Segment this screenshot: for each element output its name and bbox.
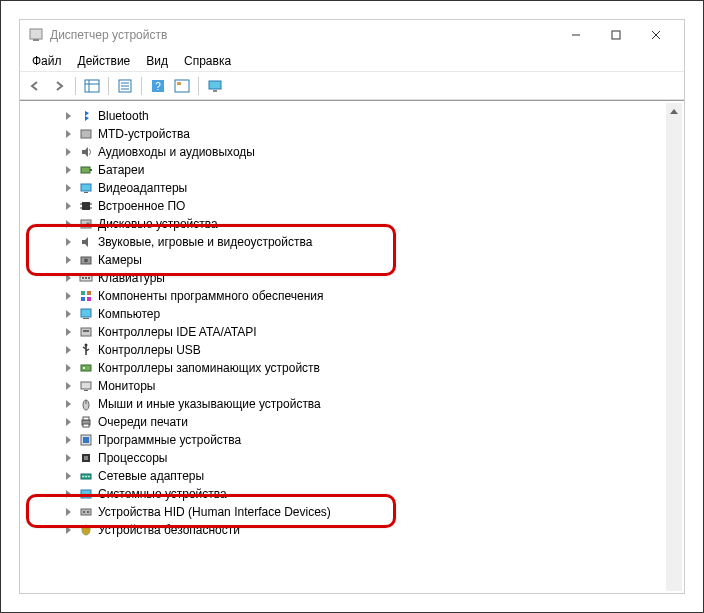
tree-node-label: Мыши и иные указывающие устройства [98,397,321,411]
toolbar: ? [20,72,684,100]
menu-action[interactable]: Действие [70,52,139,70]
svg-rect-42 [83,318,89,319]
tree-node[interactable]: Очереди печати [22,413,666,431]
tree-node[interactable]: Контроллеры USB [22,341,666,359]
chevron-right-icon[interactable] [62,272,74,284]
chevron-right-icon[interactable] [62,200,74,212]
chevron-right-icon[interactable] [62,308,74,320]
chevron-right-icon[interactable] [62,254,74,266]
scan-button[interactable] [171,75,193,97]
audio-icon [78,144,94,160]
show-hidden-button[interactable] [81,75,103,97]
tree-node-label: Программные устройства [98,433,241,447]
svg-rect-56 [83,437,89,443]
minimize-button[interactable] [556,21,596,49]
tree-node[interactable]: Системные устройства [22,485,666,503]
titlebar: Диспетчер устройств [20,20,684,50]
tree-node[interactable]: Компьютер [22,305,666,323]
tree-node[interactable]: Клавиатуры [22,269,666,287]
chevron-right-icon[interactable] [62,236,74,248]
tree-node[interactable]: Устройства безопасности [22,521,666,539]
cpu-icon [78,450,94,466]
svg-rect-36 [88,277,90,279]
chevron-right-icon[interactable] [62,470,74,482]
tree-node-label: Системные устройства [98,487,227,501]
help-button[interactable]: ? [147,75,169,97]
svg-rect-34 [82,277,84,279]
chevron-right-icon[interactable] [62,434,74,446]
tree-node[interactable]: Устройства HID (Human Interface Devices) [22,503,666,521]
chevron-right-icon[interactable] [62,524,74,536]
chevron-right-icon[interactable] [62,128,74,140]
tree-node[interactable]: Контроллеры IDE ATA/ATAPI [22,323,666,341]
svg-rect-64 [81,509,91,515]
chevron-right-icon[interactable] [62,488,74,500]
chevron-right-icon[interactable] [62,362,74,374]
hid-icon [78,504,94,520]
usb-icon [78,342,94,358]
tree-node-label: Сетевые адаптеры [98,469,204,483]
tree-node[interactable]: Мыши и иные указывающие устройства [22,395,666,413]
close-button[interactable] [636,21,676,49]
tree-node[interactable]: Процессоры [22,449,666,467]
vertical-scrollbar[interactable] [666,103,682,591]
monitor-button[interactable] [204,75,226,97]
svg-rect-18 [213,90,217,92]
svg-rect-24 [82,202,90,210]
tree-node-label: Компьютер [98,307,160,321]
svg-rect-53 [83,417,89,420]
tree-node-label: Устройства безопасности [98,523,240,537]
properties-button[interactable] [114,75,136,97]
scrollbar-up-arrow[interactable] [666,103,682,119]
device-icon [78,126,94,142]
device-tree[interactable]: BluetoothMTD-устройстваАудиовходы и ауди… [22,103,666,591]
tree-node[interactable]: Мониторы [22,377,666,395]
chevron-right-icon[interactable] [62,416,74,428]
forward-button[interactable] [48,75,70,97]
tree-node[interactable]: Сетевые адаптеры [22,467,666,485]
chevron-right-icon[interactable] [62,164,74,176]
svg-rect-39 [81,297,85,301]
tree-node-label: Контроллеры запоминающих устройств [98,361,320,375]
component-icon [78,288,94,304]
tree-node[interactable]: MTD-устройства [22,125,666,143]
chevron-right-icon[interactable] [62,506,74,518]
tree-node-label: Компоненты программного обеспечения [98,289,324,303]
chevron-right-icon[interactable] [62,380,74,392]
chevron-right-icon[interactable] [62,452,74,464]
chevron-right-icon[interactable] [62,398,74,410]
svg-point-30 [86,222,90,226]
tree-node[interactable]: Батареи [22,161,666,179]
tree-node[interactable]: Программные устройства [22,431,666,449]
chevron-right-icon[interactable] [62,290,74,302]
tree-node[interactable]: Камеры [22,251,666,269]
svg-point-62 [88,476,90,478]
menu-view[interactable]: Вид [138,52,176,70]
tree-node[interactable]: Дисковые устройства [22,215,666,233]
tree-node[interactable]: Контроллеры запоминающих устройств [22,359,666,377]
tree-node-label: Клавиатуры [98,271,165,285]
tree-node[interactable]: Звуковые, игровые и видеоустройства [22,233,666,251]
tree-node[interactable]: Компоненты программного обеспечения [22,287,666,305]
tree-node[interactable]: Встроенное ПО [22,197,666,215]
svg-rect-23 [84,192,88,193]
chevron-right-icon[interactable] [62,146,74,158]
svg-rect-66 [87,511,89,513]
svg-rect-16 [177,82,181,85]
maximize-button[interactable] [596,21,636,49]
menu-file[interactable]: Файл [24,52,70,70]
tree-node[interactable]: Видеоадаптеры [22,179,666,197]
chevron-right-icon[interactable] [62,326,74,338]
tree-node[interactable]: Bluetooth [22,107,666,125]
menu-help[interactable]: Справка [176,52,239,70]
tree-node[interactable]: Аудиовходы и аудиовыходы [22,143,666,161]
chevron-right-icon[interactable] [62,182,74,194]
chevron-right-icon[interactable] [62,110,74,122]
chevron-right-icon[interactable] [62,218,74,230]
back-button[interactable] [24,75,46,97]
svg-rect-17 [209,81,221,89]
chip-icon [78,198,94,214]
chevron-right-icon[interactable] [62,344,74,356]
svg-rect-46 [81,365,91,371]
svg-rect-6 [85,80,99,92]
